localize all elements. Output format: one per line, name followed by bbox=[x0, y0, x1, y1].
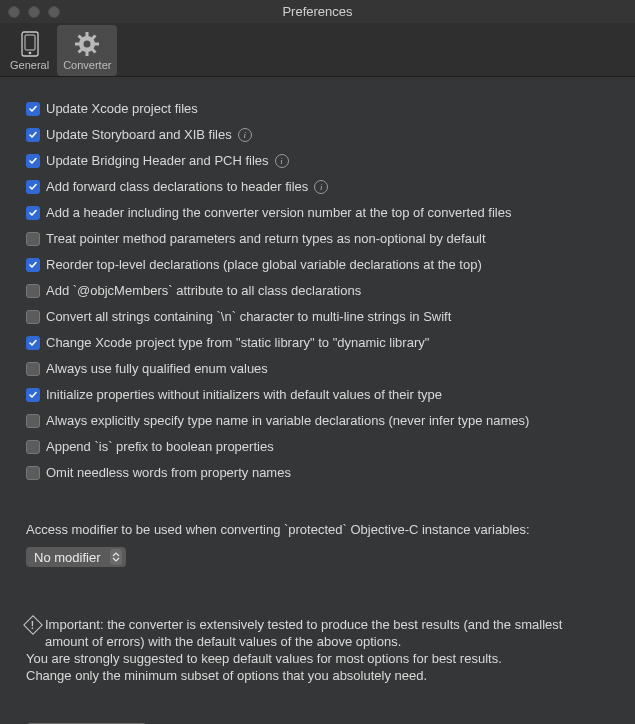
gear-icon bbox=[73, 30, 101, 58]
option-row: Add forward class declarations to header… bbox=[26, 179, 609, 194]
tab-converter-label: Converter bbox=[63, 59, 111, 71]
window-controls bbox=[0, 6, 60, 18]
option-row: Update Storyboard and XIB filesi bbox=[26, 127, 609, 142]
option-row: Omit needless words from property names bbox=[26, 465, 609, 480]
svg-rect-4 bbox=[86, 32, 89, 37]
option-row: Add `@objcMembers` attribute to all clas… bbox=[26, 283, 609, 298]
svg-rect-5 bbox=[86, 51, 89, 56]
option-label: Convert all strings containing `\n` char… bbox=[46, 309, 451, 324]
content-area: Update Xcode project filesUpdate Storybo… bbox=[0, 77, 635, 724]
option-checkbox[interactable] bbox=[26, 466, 40, 480]
option-row: Always explicitly specify type name in v… bbox=[26, 413, 609, 428]
option-label: Append `is` prefix to boolean properties bbox=[46, 439, 274, 454]
option-checkbox[interactable] bbox=[26, 206, 40, 220]
option-label: Add a header including the converter ver… bbox=[46, 205, 511, 220]
option-label: Update Xcode project files bbox=[46, 101, 198, 116]
option-checkbox[interactable] bbox=[26, 362, 40, 376]
info-icon[interactable]: i bbox=[238, 128, 252, 142]
svg-rect-1 bbox=[25, 35, 35, 50]
info-icon[interactable]: i bbox=[275, 154, 289, 168]
info-icon[interactable]: i bbox=[314, 180, 328, 194]
access-modifier-value: No modifier bbox=[34, 550, 100, 565]
option-checkbox[interactable] bbox=[26, 336, 40, 350]
warning-text-2: You are strongly suggested to keep defau… bbox=[26, 651, 609, 668]
option-checkbox[interactable] bbox=[26, 128, 40, 142]
warning-icon: ! bbox=[23, 615, 43, 635]
option-checkbox[interactable] bbox=[26, 232, 40, 246]
option-label: Always use fully qualified enum values bbox=[46, 361, 268, 376]
access-modifier-label: Access modifier to be used when converti… bbox=[26, 522, 609, 537]
option-row: Update Xcode project files bbox=[26, 101, 609, 116]
option-checkbox[interactable] bbox=[26, 414, 40, 428]
option-label: Update Storyboard and XIB files bbox=[46, 127, 232, 142]
option-row: Convert all strings containing `\n` char… bbox=[26, 309, 609, 324]
option-checkbox[interactable] bbox=[26, 258, 40, 272]
tab-general-label: General bbox=[10, 59, 49, 71]
zoom-window-button[interactable] bbox=[48, 6, 60, 18]
option-checkbox[interactable] bbox=[26, 440, 40, 454]
tab-converter[interactable]: Converter bbox=[57, 25, 117, 76]
option-checkbox[interactable] bbox=[26, 154, 40, 168]
option-row: Append `is` prefix to boolean properties bbox=[26, 439, 609, 454]
window-title: Preferences bbox=[0, 4, 635, 19]
option-label: Initialize properties without initialize… bbox=[46, 387, 442, 402]
minimize-window-button[interactable] bbox=[28, 6, 40, 18]
option-label: Add `@objcMembers` attribute to all clas… bbox=[46, 283, 361, 298]
warning-text-1: Important: the converter is extensively … bbox=[45, 617, 609, 651]
titlebar: Preferences bbox=[0, 0, 635, 23]
option-label: Treat pointer method parameters and retu… bbox=[46, 231, 486, 246]
option-checkbox[interactable] bbox=[26, 310, 40, 324]
option-label: Always explicitly specify type name in v… bbox=[46, 413, 529, 428]
option-label: Reorder top-level declarations (place gl… bbox=[46, 257, 482, 272]
svg-point-12 bbox=[84, 41, 91, 48]
svg-rect-6 bbox=[75, 43, 80, 46]
access-modifier-select[interactable]: No modifier bbox=[26, 547, 126, 567]
option-row: Update Bridging Header and PCH filesi bbox=[26, 153, 609, 168]
option-row: Initialize properties without initialize… bbox=[26, 387, 609, 402]
option-row: Always use fully qualified enum values bbox=[26, 361, 609, 376]
option-label: Update Bridging Header and PCH files bbox=[46, 153, 269, 168]
option-row: Treat pointer method parameters and retu… bbox=[26, 231, 609, 246]
warning-text-3: Change only the minimum subset of option… bbox=[26, 668, 609, 685]
general-icon bbox=[16, 30, 44, 58]
option-label: Add forward class declarations to header… bbox=[46, 179, 308, 194]
option-checkbox[interactable] bbox=[26, 180, 40, 194]
option-checkbox[interactable] bbox=[26, 388, 40, 402]
close-window-button[interactable] bbox=[8, 6, 20, 18]
svg-point-2 bbox=[28, 52, 31, 55]
svg-rect-7 bbox=[94, 43, 99, 46]
select-stepper-icon bbox=[110, 549, 122, 565]
option-label: Change Xcode project type from "static l… bbox=[46, 335, 429, 350]
tab-general[interactable]: General bbox=[4, 25, 55, 76]
option-row: Add a header including the converter ver… bbox=[26, 205, 609, 220]
option-checkbox[interactable] bbox=[26, 102, 40, 116]
preferences-toolbar: General Converter bbox=[0, 23, 635, 77]
option-label: Omit needless words from property names bbox=[46, 465, 291, 480]
option-checkbox[interactable] bbox=[26, 284, 40, 298]
option-row: Reorder top-level declarations (place gl… bbox=[26, 257, 609, 272]
warning-block: ! Important: the converter is extensivel… bbox=[26, 617, 609, 685]
option-row: Change Xcode project type from "static l… bbox=[26, 335, 609, 350]
